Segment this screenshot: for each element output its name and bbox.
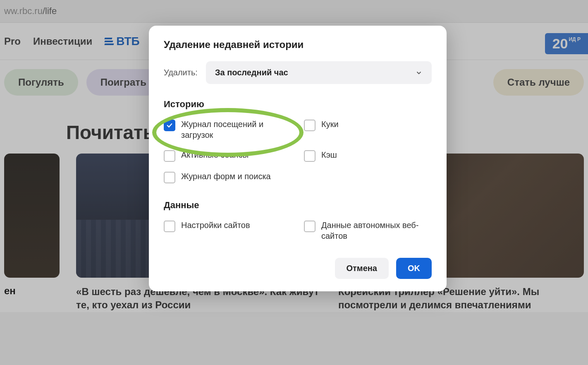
clear-history-dialog: Удаление недавней истории Удалить: За по… (149, 26, 447, 291)
check-label: Активные сеансы (181, 149, 249, 160)
check-label: Журнал посещений и загрузок (181, 119, 292, 140)
ok-button[interactable]: OK (396, 258, 432, 279)
history-checks: Журнал посещений и загрузок Куки Кэш Акт… (164, 119, 432, 183)
time-range-row: Удалить: За последний час (164, 61, 432, 84)
check-label: Настройки сайтов (181, 220, 250, 231)
checkbox-unchecked[interactable] (304, 150, 316, 162)
checkbox-unchecked[interactable] (304, 120, 316, 131)
cancel-button[interactable]: Отмена (335, 258, 389, 279)
check-offline-data[interactable]: Данные автономных веб-сайтов (304, 220, 432, 241)
chevron-down-icon (415, 69, 423, 77)
checkbox-unchecked[interactable] (164, 221, 175, 232)
checkbox-unchecked[interactable] (164, 150, 175, 162)
check-label: Данные автономных веб-сайтов (321, 220, 432, 241)
check-cache[interactable]: Кэш (304, 149, 432, 162)
time-range-dropdown[interactable]: За последний час (206, 61, 432, 84)
checkbox-unchecked[interactable] (164, 172, 175, 183)
check-label: Куки (321, 119, 339, 130)
dialog-title: Удаление недавней истории (164, 39, 432, 50)
data-section-label: Данные (164, 200, 432, 211)
check-label: Кэш (321, 149, 337, 160)
dropdown-value: За последний час (215, 68, 288, 77)
delete-label: Удалить: (164, 68, 198, 77)
check-forms-search[interactable]: Журнал форм и поиска (164, 171, 292, 183)
check-active-sessions[interactable]: Активные сеансы (164, 149, 292, 162)
check-history-downloads[interactable]: Журнал посещений и загрузок (164, 119, 292, 140)
check-label: Журнал форм и поиска (181, 171, 271, 182)
data-checks: Настройки сайтов Данные автономных веб-с… (164, 220, 432, 241)
check-site-settings[interactable]: Настройки сайтов (164, 220, 292, 241)
checkbox-checked[interactable] (164, 120, 175, 131)
check-cookies[interactable]: Куки (304, 119, 432, 140)
checkbox-unchecked[interactable] (304, 221, 316, 232)
dialog-footer: Отмена OK (164, 258, 432, 279)
history-section-label: Историю (164, 99, 432, 110)
